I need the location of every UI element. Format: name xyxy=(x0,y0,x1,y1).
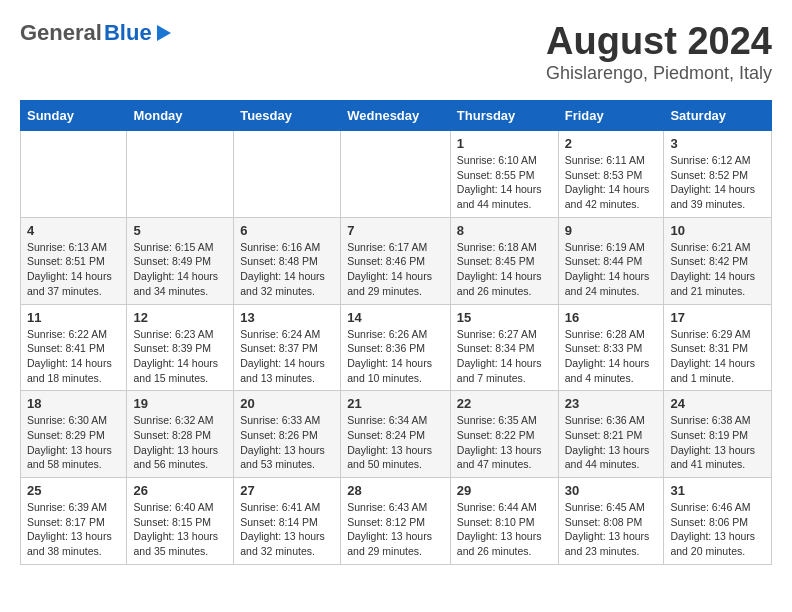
logo-arrow-icon xyxy=(157,25,171,41)
calendar-cell: 18Sunrise: 6:30 AM Sunset: 8:29 PM Dayli… xyxy=(21,391,127,478)
day-info: Sunrise: 6:17 AM Sunset: 8:46 PM Dayligh… xyxy=(347,240,444,299)
header-thursday: Thursday xyxy=(450,101,558,131)
calendar-cell: 27Sunrise: 6:41 AM Sunset: 8:14 PM Dayli… xyxy=(234,478,341,565)
calendar-cell: 7Sunrise: 6:17 AM Sunset: 8:46 PM Daylig… xyxy=(341,217,451,304)
calendar-cell: 10Sunrise: 6:21 AM Sunset: 8:42 PM Dayli… xyxy=(664,217,772,304)
day-info: Sunrise: 6:28 AM Sunset: 8:33 PM Dayligh… xyxy=(565,327,658,386)
header-monday: Monday xyxy=(127,101,234,131)
calendar-cell: 8Sunrise: 6:18 AM Sunset: 8:45 PM Daylig… xyxy=(450,217,558,304)
header-wednesday: Wednesday xyxy=(341,101,451,131)
day-number: 1 xyxy=(457,136,552,151)
day-number: 31 xyxy=(670,483,765,498)
day-number: 25 xyxy=(27,483,120,498)
calendar-cell: 2Sunrise: 6:11 AM Sunset: 8:53 PM Daylig… xyxy=(558,131,664,218)
day-info: Sunrise: 6:44 AM Sunset: 8:10 PM Dayligh… xyxy=(457,500,552,559)
day-number: 3 xyxy=(670,136,765,151)
day-info: Sunrise: 6:15 AM Sunset: 8:49 PM Dayligh… xyxy=(133,240,227,299)
day-number: 21 xyxy=(347,396,444,411)
calendar-week-row: 11Sunrise: 6:22 AM Sunset: 8:41 PM Dayli… xyxy=(21,304,772,391)
calendar-cell xyxy=(21,131,127,218)
calendar-cell xyxy=(234,131,341,218)
calendar-cell: 17Sunrise: 6:29 AM Sunset: 8:31 PM Dayli… xyxy=(664,304,772,391)
calendar-cell xyxy=(341,131,451,218)
calendar-cell: 25Sunrise: 6:39 AM Sunset: 8:17 PM Dayli… xyxy=(21,478,127,565)
month-title: August 2024 xyxy=(546,20,772,63)
calendar-week-row: 25Sunrise: 6:39 AM Sunset: 8:17 PM Dayli… xyxy=(21,478,772,565)
calendar-cell: 21Sunrise: 6:34 AM Sunset: 8:24 PM Dayli… xyxy=(341,391,451,478)
location-title: Ghislarengo, Piedmont, Italy xyxy=(546,63,772,84)
day-info: Sunrise: 6:32 AM Sunset: 8:28 PM Dayligh… xyxy=(133,413,227,472)
day-info: Sunrise: 6:35 AM Sunset: 8:22 PM Dayligh… xyxy=(457,413,552,472)
day-info: Sunrise: 6:24 AM Sunset: 8:37 PM Dayligh… xyxy=(240,327,334,386)
day-number: 18 xyxy=(27,396,120,411)
calendar-cell: 4Sunrise: 6:13 AM Sunset: 8:51 PM Daylig… xyxy=(21,217,127,304)
calendar-cell: 22Sunrise: 6:35 AM Sunset: 8:22 PM Dayli… xyxy=(450,391,558,478)
day-info: Sunrise: 6:46 AM Sunset: 8:06 PM Dayligh… xyxy=(670,500,765,559)
day-number: 28 xyxy=(347,483,444,498)
day-info: Sunrise: 6:19 AM Sunset: 8:44 PM Dayligh… xyxy=(565,240,658,299)
calendar-cell: 28Sunrise: 6:43 AM Sunset: 8:12 PM Dayli… xyxy=(341,478,451,565)
calendar-week-row: 1Sunrise: 6:10 AM Sunset: 8:55 PM Daylig… xyxy=(21,131,772,218)
day-number: 6 xyxy=(240,223,334,238)
header-tuesday: Tuesday xyxy=(234,101,341,131)
calendar-cell: 14Sunrise: 6:26 AM Sunset: 8:36 PM Dayli… xyxy=(341,304,451,391)
day-number: 16 xyxy=(565,310,658,325)
calendar-header-row: SundayMondayTuesdayWednesdayThursdayFrid… xyxy=(21,101,772,131)
day-info: Sunrise: 6:36 AM Sunset: 8:21 PM Dayligh… xyxy=(565,413,658,472)
calendar-cell: 30Sunrise: 6:45 AM Sunset: 8:08 PM Dayli… xyxy=(558,478,664,565)
day-info: Sunrise: 6:45 AM Sunset: 8:08 PM Dayligh… xyxy=(565,500,658,559)
logo: General Blue xyxy=(20,20,171,46)
header-saturday: Saturday xyxy=(664,101,772,131)
day-number: 19 xyxy=(133,396,227,411)
header-friday: Friday xyxy=(558,101,664,131)
day-info: Sunrise: 6:13 AM Sunset: 8:51 PM Dayligh… xyxy=(27,240,120,299)
day-info: Sunrise: 6:43 AM Sunset: 8:12 PM Dayligh… xyxy=(347,500,444,559)
day-number: 10 xyxy=(670,223,765,238)
day-number: 2 xyxy=(565,136,658,151)
day-info: Sunrise: 6:30 AM Sunset: 8:29 PM Dayligh… xyxy=(27,413,120,472)
day-number: 8 xyxy=(457,223,552,238)
day-number: 30 xyxy=(565,483,658,498)
calendar-cell: 24Sunrise: 6:38 AM Sunset: 8:19 PM Dayli… xyxy=(664,391,772,478)
calendar-cell: 11Sunrise: 6:22 AM Sunset: 8:41 PM Dayli… xyxy=(21,304,127,391)
day-number: 23 xyxy=(565,396,658,411)
page-header: General Blue August 2024 Ghislarengo, Pi… xyxy=(20,20,772,84)
calendar-week-row: 4Sunrise: 6:13 AM Sunset: 8:51 PM Daylig… xyxy=(21,217,772,304)
calendar-cell: 1Sunrise: 6:10 AM Sunset: 8:55 PM Daylig… xyxy=(450,131,558,218)
day-info: Sunrise: 6:41 AM Sunset: 8:14 PM Dayligh… xyxy=(240,500,334,559)
day-number: 11 xyxy=(27,310,120,325)
day-info: Sunrise: 6:21 AM Sunset: 8:42 PM Dayligh… xyxy=(670,240,765,299)
day-number: 29 xyxy=(457,483,552,498)
day-number: 26 xyxy=(133,483,227,498)
day-number: 17 xyxy=(670,310,765,325)
day-info: Sunrise: 6:23 AM Sunset: 8:39 PM Dayligh… xyxy=(133,327,227,386)
day-number: 9 xyxy=(565,223,658,238)
calendar-cell: 26Sunrise: 6:40 AM Sunset: 8:15 PM Dayli… xyxy=(127,478,234,565)
calendar-cell xyxy=(127,131,234,218)
title-area: August 2024 Ghislarengo, Piedmont, Italy xyxy=(546,20,772,84)
calendar-cell: 20Sunrise: 6:33 AM Sunset: 8:26 PM Dayli… xyxy=(234,391,341,478)
calendar-cell: 6Sunrise: 6:16 AM Sunset: 8:48 PM Daylig… xyxy=(234,217,341,304)
calendar-cell: 3Sunrise: 6:12 AM Sunset: 8:52 PM Daylig… xyxy=(664,131,772,218)
day-number: 14 xyxy=(347,310,444,325)
day-info: Sunrise: 6:27 AM Sunset: 8:34 PM Dayligh… xyxy=(457,327,552,386)
day-info: Sunrise: 6:29 AM Sunset: 8:31 PM Dayligh… xyxy=(670,327,765,386)
day-number: 15 xyxy=(457,310,552,325)
day-info: Sunrise: 6:18 AM Sunset: 8:45 PM Dayligh… xyxy=(457,240,552,299)
day-number: 27 xyxy=(240,483,334,498)
calendar-cell: 31Sunrise: 6:46 AM Sunset: 8:06 PM Dayli… xyxy=(664,478,772,565)
day-number: 13 xyxy=(240,310,334,325)
calendar-table: SundayMondayTuesdayWednesdayThursdayFrid… xyxy=(20,100,772,565)
calendar-cell: 12Sunrise: 6:23 AM Sunset: 8:39 PM Dayli… xyxy=(127,304,234,391)
logo-general-text: General xyxy=(20,20,102,46)
day-number: 7 xyxy=(347,223,444,238)
calendar-cell: 9Sunrise: 6:19 AM Sunset: 8:44 PM Daylig… xyxy=(558,217,664,304)
day-number: 20 xyxy=(240,396,334,411)
day-info: Sunrise: 6:40 AM Sunset: 8:15 PM Dayligh… xyxy=(133,500,227,559)
day-info: Sunrise: 6:22 AM Sunset: 8:41 PM Dayligh… xyxy=(27,327,120,386)
calendar-week-row: 18Sunrise: 6:30 AM Sunset: 8:29 PM Dayli… xyxy=(21,391,772,478)
day-info: Sunrise: 6:38 AM Sunset: 8:19 PM Dayligh… xyxy=(670,413,765,472)
day-number: 12 xyxy=(133,310,227,325)
day-info: Sunrise: 6:12 AM Sunset: 8:52 PM Dayligh… xyxy=(670,153,765,212)
day-info: Sunrise: 6:33 AM Sunset: 8:26 PM Dayligh… xyxy=(240,413,334,472)
